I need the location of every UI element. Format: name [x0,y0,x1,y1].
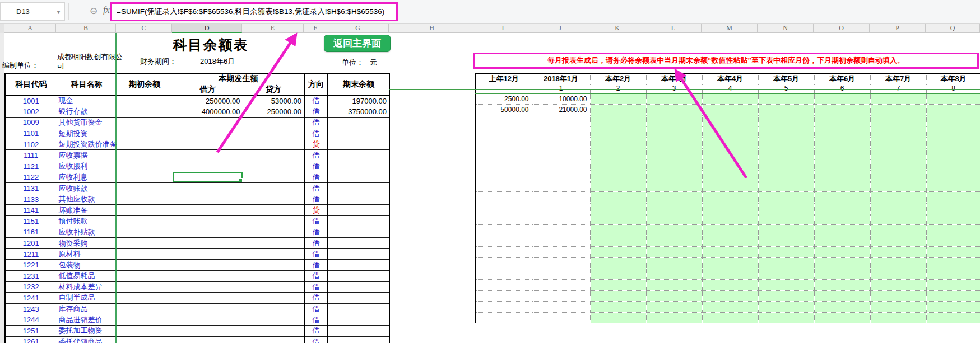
cell-closing-balance[interactable] [328,238,389,249]
cell-month-value[interactable] [814,137,870,148]
cell-month-value[interactable] [758,137,814,148]
cell-direction[interactable]: 借 [304,161,328,172]
column-letter-f[interactable]: F [304,24,327,33]
column-letter-o[interactable]: O [814,24,870,33]
cell-account-code[interactable]: 1141 [5,205,57,216]
cell-direction[interactable]: 借 [304,293,328,304]
cell-month-value[interactable] [870,137,926,148]
cell-month-value[interactable] [476,269,532,280]
cell-month-value[interactable] [870,181,926,192]
cell-month-value[interactable] [702,192,758,203]
cell-opening-balance[interactable] [117,314,173,326]
cell-closing-balance[interactable] [328,227,389,238]
cell-month-value[interactable] [646,290,702,302]
cell-debit[interactable] [173,216,243,227]
cell-month-value[interactable] [702,225,758,236]
cell-closing-balance[interactable] [328,325,389,336]
cell-account-code[interactable]: 1161 [5,227,57,238]
cell-month-value[interactable] [870,280,926,291]
cell-debit[interactable] [173,128,243,139]
cell-month-value[interactable]: 2500.00 [476,93,532,105]
cell-month-value[interactable] [590,137,646,148]
column-letter-b[interactable]: B [56,24,116,33]
cell-month-value[interactable] [926,93,980,105]
cell-opening-balance[interactable] [117,150,173,161]
cell-opening-balance[interactable] [117,117,173,128]
cell-month-value[interactable] [814,192,870,203]
cell-month-value[interactable] [758,159,814,170]
cell-month-value[interactable] [926,257,980,269]
cell-month-value[interactable] [646,214,702,225]
column-letter-e[interactable]: E [242,24,304,33]
cell-closing-balance[interactable] [328,139,389,150]
cell-month-value[interactable]: 50000.00 [476,104,532,115]
column-letter-h[interactable]: H [389,24,475,33]
cell-month-value[interactable] [926,192,980,203]
cell-credit[interactable] [243,161,304,172]
cell-closing-balance[interactable] [328,183,389,194]
cell-month-value[interactable] [814,280,870,291]
cell-month-value[interactable] [532,269,590,280]
cell-debit[interactable] [173,172,243,183]
cell-account-code[interactable]: 1121 [5,161,57,172]
cell-account-name[interactable]: 库存商品 [57,303,117,314]
cell-month-value[interactable] [814,104,870,115]
cell-month-value[interactable] [590,170,646,181]
cell-month-value[interactable] [590,225,646,236]
cell-month-value[interactable] [814,312,870,323]
cell-month-value[interactable] [926,181,980,192]
cell-month-value[interactable] [532,290,590,302]
cell-credit[interactable] [243,336,304,343]
cell-account-name[interactable]: 坏账准备 [57,205,117,216]
column-letter-d-selected[interactable]: D [172,24,242,33]
cell-debit[interactable] [173,248,243,260]
cell-month-value[interactable] [646,236,702,247]
cell-month-value[interactable] [870,115,926,126]
cell-month-value[interactable]: 21000.00 [532,104,590,115]
cell-opening-balance[interactable] [117,281,173,293]
cell-month-value[interactable] [590,181,646,192]
cell-credit[interactable]: 53000.00 [243,95,304,106]
cell-month-value[interactable] [476,257,532,269]
cell-month-value[interactable] [702,280,758,291]
cell-month-value[interactable] [870,257,926,269]
cell-closing-balance[interactable] [328,260,389,271]
cell-month-value[interactable] [926,214,980,225]
cell-month-value[interactable] [702,312,758,323]
cell-month-value[interactable] [758,225,814,236]
cell-credit[interactable] [243,139,304,150]
cell-month-value[interactable] [590,247,646,258]
cell-month-value[interactable] [926,302,980,313]
cell-month-value[interactable] [870,93,926,105]
cell-month-value[interactable] [476,115,532,126]
cell-closing-balance[interactable] [328,117,389,128]
cell-opening-balance[interactable] [117,128,173,139]
cell-month-value[interactable] [532,126,590,137]
cell-month-value[interactable] [702,214,758,225]
row-header-strip[interactable] [0,33,4,343]
cell-account-code[interactable]: 1002 [5,106,57,118]
cell-debit[interactable] [173,139,243,150]
cell-opening-balance[interactable] [117,216,173,227]
cell-month-value[interactable] [476,302,532,313]
cell-month-value[interactable] [870,312,926,323]
cell-month-value[interactable] [590,312,646,323]
cell-month-value[interactable] [926,203,980,214]
cell-month-value[interactable] [590,302,646,313]
column-letter-g[interactable]: G [327,24,389,33]
column-letter-p[interactable]: P [870,24,926,33]
cell-direction[interactable]: 借 [304,194,328,205]
cell-credit[interactable] [243,172,304,183]
cell-month-value[interactable] [532,280,590,291]
cell-month-value[interactable] [590,236,646,247]
cell-month-value[interactable] [870,170,926,181]
cell-direction[interactable]: 借 [304,183,328,194]
cell-month-value[interactable] [646,257,702,269]
cell-month-value[interactable] [590,159,646,170]
period-value[interactable]: 2018年6月 [200,57,235,67]
cell-account-name[interactable]: 短期投资跌价准备 [57,139,117,150]
cell-month-value[interactable] [590,257,646,269]
cell-month-value[interactable] [476,126,532,137]
cell-credit[interactable] [243,227,304,238]
cell-opening-balance[interactable] [117,271,173,282]
